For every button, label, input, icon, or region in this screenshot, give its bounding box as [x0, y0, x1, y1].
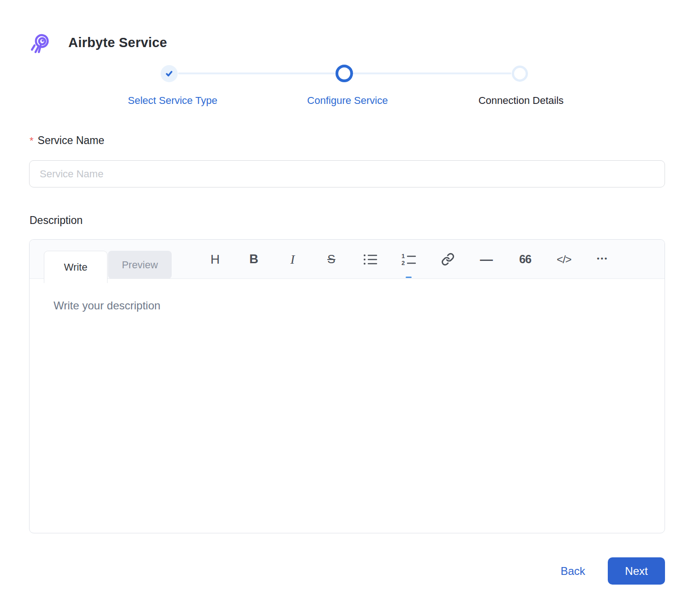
- stepper-step-1-marker[interactable]: [161, 65, 178, 82]
- strikethrough-icon[interactable]: S: [320, 247, 342, 272]
- page-header: Airbyte Service: [30, 30, 167, 54]
- required-asterisk: *: [30, 135, 34, 146]
- airbyte-service-page: Airbyte Service Select Service Type Conf…: [0, 0, 695, 616]
- description-textarea[interactable]: [30, 280, 665, 532]
- horizontal-rule-icon[interactable]: —: [475, 247, 497, 272]
- quote-icon[interactable]: 66: [514, 247, 536, 272]
- svg-text:1: 1: [401, 253, 405, 260]
- stepper-step-3-label[interactable]: Connection Details: [479, 95, 564, 107]
- next-button[interactable]: Next: [608, 557, 665, 585]
- description-label: Description: [30, 214, 83, 227]
- unordered-list-icon[interactable]: [359, 247, 381, 272]
- stepper-step-1-label[interactable]: Select Service Type: [128, 95, 217, 107]
- italic-icon[interactable]: I: [282, 247, 304, 272]
- heading-icon[interactable]: H: [204, 247, 226, 272]
- service-name-input[interactable]: [29, 160, 665, 187]
- more-icon[interactable]: •••: [592, 247, 614, 272]
- tab-preview[interactable]: Preview: [108, 251, 172, 279]
- stepper-step-2-label[interactable]: Configure Service: [307, 95, 388, 107]
- back-button[interactable]: Back: [561, 565, 585, 578]
- ordered-list-icon[interactable]: 1 2: [398, 247, 420, 272]
- ordered-list-active-indicator: [406, 277, 412, 278]
- link-icon[interactable]: [437, 247, 459, 272]
- editor-toolbar-bar: Write Preview H B I S: [30, 240, 665, 279]
- stepper-connector-2: [353, 72, 511, 74]
- service-name-label-text: Service Name: [38, 134, 104, 146]
- check-icon: [164, 69, 174, 79]
- stepper-connector-1: [178, 72, 335, 74]
- airbyte-logo-icon: [30, 30, 54, 54]
- svg-text:2: 2: [401, 260, 405, 266]
- description-editor: Write Preview H B I S: [29, 239, 665, 533]
- code-icon[interactable]: </>: [553, 247, 575, 272]
- wizard-actions: Back Next: [561, 557, 665, 585]
- bold-icon[interactable]: B: [243, 247, 265, 272]
- editor-tabs: Write Preview: [44, 251, 172, 283]
- stepper-step-2-marker[interactable]: [336, 65, 353, 82]
- page-title: Airbyte Service: [68, 35, 167, 50]
- stepper-step-3-marker[interactable]: [512, 66, 528, 82]
- editor-toolbar: H B I S 1 2: [204, 240, 614, 279]
- service-name-label: *Service Name: [30, 134, 104, 147]
- tab-write[interactable]: Write: [44, 251, 108, 283]
